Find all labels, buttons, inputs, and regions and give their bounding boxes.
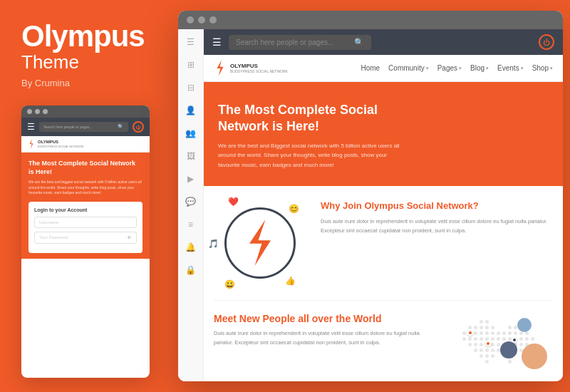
dot-1 [187, 16, 194, 24]
map-dot [519, 343, 523, 346]
hamburger-icon[interactable]: ☰ [212, 36, 222, 48]
left-panel: Olympus Theme By Crumina ☰ Search here p… [0, 0, 171, 392]
hero-description: We are the best and Biggest social netwo… [218, 141, 403, 170]
sidebar-icon-photo[interactable]: 🖼 [184, 149, 198, 163]
map-dot [462, 337, 466, 341]
mini-title-bar [21, 105, 150, 118]
site-name: OLYMPUS [230, 63, 288, 70]
map-dot [508, 326, 512, 329]
map-marker-2 [485, 341, 491, 346]
why-title-suffix: ? [473, 200, 479, 211]
nav-shop[interactable]: Shop ▾ [532, 64, 553, 72]
avatar-bubble-2 [500, 341, 517, 359]
sidebar-icon-lock[interactable]: 🔒 [184, 263, 198, 277]
sidebar-icon-user[interactable]: 👤 [184, 103, 198, 118]
mini-username-field[interactable]: Username [34, 217, 137, 228]
map-dot [480, 320, 483, 324]
avatar-bubble-1 [522, 344, 547, 369]
map-dot [491, 326, 494, 329]
dot-2 [198, 16, 205, 24]
emoji-thumbs: 👍 [285, 276, 296, 286]
mini-username-placeholder: Username [39, 220, 59, 225]
mini-search-icon: 🔍 [118, 124, 124, 130]
mini-hero-title: The Most Complete Social Network is Here… [28, 160, 142, 176]
meet-title-highlight: all over the World [298, 313, 381, 324]
map-dot [531, 337, 534, 341]
map-dot [474, 337, 477, 341]
mini-dot-1 [27, 109, 32, 114]
nav-home[interactable]: Home [361, 64, 380, 72]
mini-search-bar: Search here people or pages... 🔍 [39, 122, 128, 132]
why-join-section: Why Join Olympus Social Network? Duis au… [321, 200, 553, 236]
sidebar-icon-bell[interactable]: 🔔 [184, 240, 198, 254]
map-dot [485, 331, 489, 335]
brand-by: By Crumina [21, 78, 150, 88]
sidebar-icons: ☰ ⊞ ⊟ 👤 👥 🖼 ▶ 💬 ≡ 🔔 🔒 [178, 29, 204, 381]
nav-community[interactable]: Community ▾ [388, 64, 429, 72]
mini-site-tagline: BUDDYPRESS SOCIAL NETWORK [38, 145, 84, 148]
mini-login-box: Login to your Account Username Your Pass… [28, 202, 142, 253]
emoji-fire: 😀 [224, 279, 235, 289]
map-dot [480, 349, 483, 352]
main-topbar: ☰ Search here people or pages... 🔍 ⏻ [204, 29, 563, 55]
map-dot [468, 343, 472, 346]
mini-eye-icon: 👁 [127, 235, 132, 240]
emoji-heart: ❤️ [228, 197, 239, 207]
map-dot [508, 337, 512, 341]
sidebar-icon-list[interactable]: ≡ [184, 217, 198, 232]
map-dot [468, 337, 472, 341]
hero-bg-pattern: // Will generate pattern dots inline [420, 82, 563, 186]
mini-hamburger-icon: ☰ [27, 122, 35, 132]
site-logo: OLYMPUS BUDDYPRESS SOCIAL NETWORK [214, 61, 288, 76]
map-dot [468, 326, 472, 329]
avatar-bubble-3 [517, 318, 532, 332]
meet-desc: Duis aute irure dolor in reprehenderit i… [214, 329, 428, 348]
map-dot [485, 349, 489, 352]
sidebar-icon-users[interactable]: 👥 [184, 126, 198, 140]
lightning-visual: ❤️ 😊 😀 👍 🎵 [214, 200, 306, 286]
search-icon[interactable]: 🔍 [354, 38, 364, 47]
emoji-music: 🎵 [208, 239, 219, 249]
site-nav: OLYMPUS BUDDYPRESS SOCIAL NETWORK Home C… [204, 55, 563, 82]
map-dot [491, 354, 494, 358]
sidebar-icon-chat[interactable]: 💬 [184, 195, 198, 209]
sidebar-icon-video[interactable]: ▶ [184, 172, 198, 186]
map-dot [491, 349, 494, 352]
site-tagline: BUDDYPRESS SOCIAL NETWORK [230, 69, 288, 73]
meet-section: Meet New People all over the World Duis … [204, 301, 563, 381]
mini-hero-desc: We are the best and biggest social netwo… [28, 180, 142, 196]
chevron-down-icon-4: ▾ [521, 66, 524, 71]
nav-items: Home Community ▾ Pages ▾ Blog ▾ Events ▾… [361, 64, 553, 72]
map-dot [480, 343, 483, 346]
map-dot [480, 354, 483, 358]
sidebar-icon-menu[interactable]: ☰ [184, 35, 198, 49]
map-dot [474, 331, 477, 335]
meet-text: Meet New People all over the World Duis … [214, 312, 428, 373]
nav-blog[interactable]: Blog ▾ [470, 64, 489, 72]
sidebar-icon-grid[interactable]: ⊟ [184, 81, 198, 95]
map-dot [514, 326, 517, 329]
chevron-down-icon-2: ▾ [459, 66, 462, 71]
search-bar[interactable]: Search here people or pages... 🔍 [229, 35, 371, 50]
emoji-star: 😊 [289, 204, 299, 214]
world-map [439, 312, 553, 373]
map-dot [508, 331, 512, 335]
map-dot [491, 343, 494, 346]
mini-password-field[interactable]: Your Password 👁 [34, 232, 137, 244]
brand-subtitle: Theme [21, 51, 150, 73]
power-button[interactable]: ⏻ [539, 34, 554, 50]
meet-title: Meet New People all over the World [214, 312, 428, 325]
circle-outline [224, 207, 296, 279]
map-dot [497, 343, 500, 346]
map-dot [480, 337, 483, 341]
why-join-desc: Duis aute irure dolor in reprehenderit i… [321, 217, 553, 236]
mini-nav-bar: OLYMPUS BUDDYPRESS SOCIAL NETWORK [21, 136, 150, 153]
sidebar-icon-home[interactable]: ⊞ [184, 58, 198, 72]
nav-events[interactable]: Events ▾ [497, 64, 524, 72]
map-dot [525, 337, 529, 341]
hero-section: // Will generate pattern dots inline The… [204, 82, 563, 186]
dot-3 [209, 16, 217, 24]
map-dot [508, 360, 512, 363]
mini-dot-2 [35, 109, 40, 114]
nav-pages[interactable]: Pages ▾ [437, 64, 462, 72]
